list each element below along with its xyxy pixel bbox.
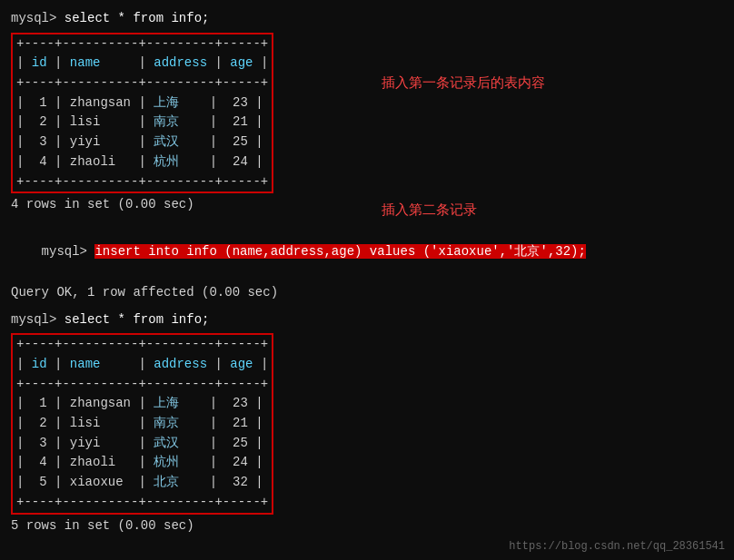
table1-border-bottom: +----+----------+---------+-----+ xyxy=(16,174,268,189)
table1-row3: | 3 | yiyi | 武汉 | 25 | xyxy=(16,134,263,149)
table2-box: +----+----------+---------+-----+ | id |… xyxy=(11,333,273,514)
table2-content: +----+----------+---------+-----+ | id |… xyxy=(13,335,272,512)
annotation2: 插入第二条记录 xyxy=(382,201,477,219)
table2-border-top: +----+----------+---------+-----+ xyxy=(16,337,268,351)
insert-line: mysql> insert into info (name,address,ag… xyxy=(11,222,723,281)
table1-border-top: +----+----------+---------+-----+ xyxy=(16,36,268,51)
table1-header: | id | name | address | age | xyxy=(16,55,268,70)
query2-line: mysql> select * from info; xyxy=(11,310,723,330)
prompt3: mysql> xyxy=(11,312,64,327)
annotation1: 插入第一条记录后的表内容 xyxy=(382,74,545,92)
table2-row2: | 2 | lisi | 南京 | 21 | xyxy=(16,416,263,430)
query-ok-line: Query OK, 1 row affected (0.00 sec) xyxy=(11,283,723,303)
table2-header: | id | name | address | age | xyxy=(16,357,268,371)
table2-row3: | 3 | yiyi | 武汉 | 25 | xyxy=(16,436,263,450)
insert-cmd: insert into info (name,address,age) valu… xyxy=(94,244,585,259)
table1-sep: +----+----------+---------+-----+ xyxy=(16,75,268,90)
table1-content: +----+----------+---------+-----+ | id |… xyxy=(13,34,272,192)
query1-line: mysql> select * from info; xyxy=(11,9,723,29)
cmd2: select * from info; xyxy=(64,312,210,327)
table1-row2: | 2 | lisi | 南京 | 21 | xyxy=(16,114,263,129)
table1-row1: | 1 | zhangsan | 上海 | 23 | xyxy=(16,95,263,110)
watermark: https://blog.csdn.net/qq_28361541 xyxy=(509,540,725,553)
result1-line: 4 rows in set (0.00 sec) xyxy=(11,195,723,215)
table1-box: +----+----------+---------+-----+ | id |… xyxy=(11,33,273,194)
cmd1: select * from info; xyxy=(64,11,210,25)
terminal: mysql> select * from info; +----+-------… xyxy=(0,0,734,545)
prompt1: mysql> xyxy=(11,11,64,25)
table2-border-bottom: +----+----------+---------+-----+ xyxy=(16,495,268,509)
table2-sep: +----+----------+---------+-----+ xyxy=(16,377,268,391)
result2-line: 5 rows in set (0.00 sec) xyxy=(11,516,723,536)
table2-row1: | 1 | zhangsan | 上海 | 23 | xyxy=(16,396,263,410)
table2-row5: | 5 | xiaoxue | 北京 | 32 | xyxy=(16,475,263,489)
table1-row4: | 4 | zhaoli | 杭州 | 24 | xyxy=(16,154,263,169)
prompt2: mysql> xyxy=(42,244,95,259)
table2-row4: | 4 | zhaoli | 杭州 | 24 | xyxy=(16,455,263,469)
